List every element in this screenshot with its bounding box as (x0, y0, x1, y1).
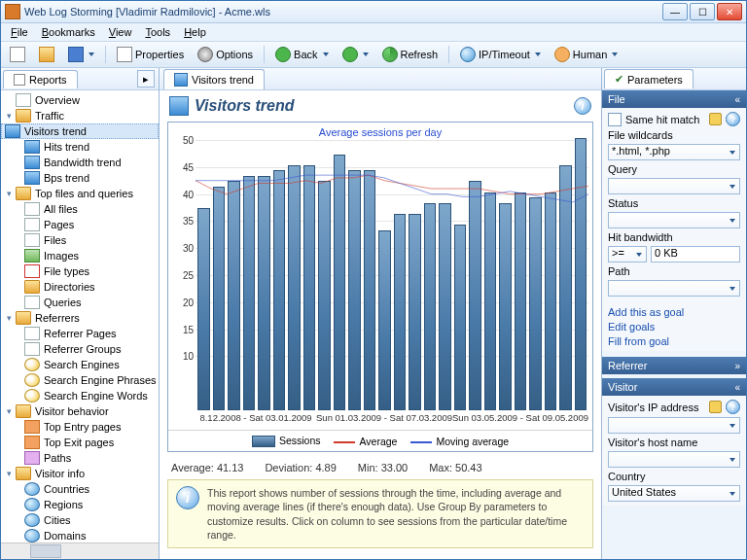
tree-visitors-trend[interactable]: Visitors trend (1, 123, 159, 139)
menu-view[interactable]: View (103, 25, 138, 39)
report-tab[interactable]: Visitors trend (163, 69, 265, 89)
refresh-button[interactable]: Refresh (377, 44, 444, 65)
tree-traffic[interactable]: ▾Traffic (1, 108, 159, 123)
referrer-section-header[interactable]: Referrer» (602, 357, 746, 374)
report-title: Visitors trend (195, 97, 574, 115)
parameters-panel: ✔Parameters File« Same hit match? File w… (601, 68, 746, 559)
edit-goals-link[interactable]: Edit goals (608, 321, 740, 332)
chart-title: Average sessions per day (168, 122, 592, 138)
tree-queries[interactable]: Queries (1, 295, 159, 310)
stat-min: Min: 33.00 (358, 462, 408, 473)
same-hit-checkbox[interactable] (608, 113, 622, 126)
tree-filetypes[interactable]: File types (1, 263, 159, 279)
stats-row: Average: 41.13 Deviation: 4.89 Min: 33.0… (167, 460, 593, 475)
tree-overview[interactable]: Overview (1, 92, 159, 108)
tree-images[interactable]: Images (1, 248, 159, 263)
status-select[interactable] (608, 212, 740, 228)
add-goal-link[interactable]: Add this as goal (608, 306, 740, 318)
help-icon[interactable]: ? (726, 400, 740, 414)
stat-average: Average: 41.13 (171, 462, 243, 473)
bw-op-select[interactable]: >= (608, 246, 647, 262)
chart-container: Average sessions per day 101520253035404… (167, 122, 593, 452)
properties-button[interactable]: Properties (112, 44, 189, 65)
title-bar: Web Log Storming [Vladimir Radmilovic] -… (1, 1, 746, 23)
menu-tools[interactable]: Tools (139, 25, 176, 39)
tree-paths[interactable]: Paths (1, 450, 159, 466)
tree-searchengines[interactable]: Search Engines (1, 357, 159, 372)
query-select[interactable] (608, 178, 740, 194)
options-button[interactable]: Options (193, 44, 258, 65)
open-button[interactable] (34, 44, 59, 65)
tree-referrers[interactable]: ▾Referrers (1, 310, 159, 326)
tree-domains[interactable]: Domains (1, 528, 159, 542)
back-button[interactable]: Back (270, 44, 333, 65)
reports-tab[interactable]: Reports (3, 70, 78, 88)
window-title: Web Log Storming [Vladimir Radmilovic] -… (24, 6, 662, 18)
tree-sephrases[interactable]: Search Engine Phrases (1, 372, 159, 388)
file-section-header[interactable]: File« (602, 90, 746, 108)
host-select[interactable] (608, 451, 740, 468)
file-wildcards-label: File wildcards (608, 129, 740, 141)
bw-value-input[interactable]: 0 KB (651, 246, 740, 262)
lock-icon (709, 401, 722, 413)
tree-vinfo[interactable]: ▾Visitor info (1, 466, 159, 481)
status-label: Status (608, 197, 740, 209)
tree-pages[interactable]: Pages (1, 217, 159, 232)
close-button[interactable]: ✕ (717, 3, 742, 20)
parameters-tab[interactable]: ✔Parameters (604, 69, 694, 88)
tree-topentry[interactable]: Top Entry pages (1, 419, 159, 435)
maximize-button[interactable]: ☐ (690, 3, 715, 20)
tree-bandwidth-trend[interactable]: Bandwidth trend (1, 155, 159, 170)
tree-hits-trend[interactable]: Hits trend (1, 139, 159, 155)
info-note: i This report shows number of sessions t… (167, 479, 593, 548)
file-wildcards-select[interactable]: *.html, *.php (608, 144, 740, 160)
menu-file[interactable]: File (5, 25, 34, 39)
hitbw-label: Hit bandwidth (608, 231, 740, 243)
tree-files[interactable]: Files (1, 232, 159, 248)
tree-refgroups[interactable]: Referrer Groups (1, 341, 159, 357)
path-select[interactable] (608, 280, 740, 297)
lock-icon (709, 113, 722, 125)
app-icon (5, 4, 20, 19)
tree-topfiles[interactable]: ▾Top files and queries (1, 186, 159, 201)
new-button[interactable] (5, 44, 30, 65)
iptimeout-button[interactable]: IP/Timeout (455, 44, 546, 65)
help-icon[interactable]: ? (726, 112, 740, 126)
stat-max: Max: 50.43 (429, 462, 481, 473)
info-icon[interactable]: i (574, 97, 591, 115)
sidebar-hscroll[interactable] (1, 542, 159, 559)
sidebar-toggle-button[interactable]: ▸ (137, 70, 155, 88)
reports-tree[interactable]: Overview ▾Traffic Visitors trend Hits tr… (1, 90, 159, 542)
menu-bookmarks[interactable]: Bookmarks (36, 25, 101, 39)
tree-behavior[interactable]: ▾Visitor behavior (1, 403, 159, 419)
ip-label: Visitor's IP address (608, 402, 705, 413)
tree-sewords[interactable]: Search Engine Words (1, 388, 159, 403)
minimize-button[interactable]: — (662, 3, 688, 20)
tree-directories[interactable]: Directories (1, 279, 159, 295)
ip-select[interactable] (608, 417, 740, 434)
same-hit-label: Same hit match (625, 114, 699, 125)
tree-topexit[interactable]: Top Exit pages (1, 435, 159, 450)
menu-help[interactable]: Help (178, 25, 212, 39)
country-label: Country (608, 471, 740, 482)
country-select[interactable]: United States (608, 485, 740, 502)
query-label: Query (608, 163, 740, 175)
forward-button[interactable] (338, 44, 374, 65)
tree-cities[interactable]: Cities (1, 512, 159, 528)
toolbar: Properties Options Back Refresh IP/Timeo… (1, 42, 746, 68)
human-button[interactable]: Human (550, 44, 622, 65)
tree-allfiles[interactable]: All files (1, 201, 159, 217)
info-icon: i (176, 486, 199, 509)
tree-bps-trend[interactable]: Bps trend (1, 170, 159, 186)
visitor-section-header[interactable]: Visitor« (602, 378, 746, 396)
reports-sidebar: Reports ▸ Overview ▾Traffic Visitors tre… (1, 68, 160, 559)
chart-plot[interactable]: 101520253035404550 8.12.2008 - Sat 03.01… (196, 140, 588, 430)
tree-regions[interactable]: Regions (1, 497, 159, 512)
tree-countries[interactable]: Countries (1, 481, 159, 497)
path-label: Path (608, 265, 740, 277)
stat-deviation: Deviation: 4.89 (265, 462, 336, 473)
tree-refpages[interactable]: Referrer Pages (1, 326, 159, 341)
save-button[interactable] (63, 44, 99, 65)
fill-goal-link[interactable]: Fill from goal (608, 335, 740, 347)
report-icon (169, 96, 189, 116)
